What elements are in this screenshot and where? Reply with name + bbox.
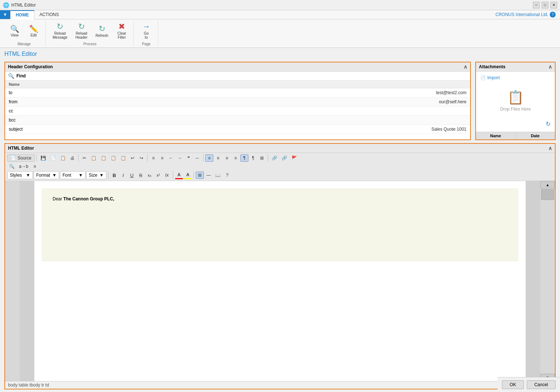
reload-header-button[interactable]: ↻ Reload Header — [72, 21, 91, 41]
scroll-up-button[interactable]: ▲ — [540, 181, 555, 188]
ok-button[interactable]: OK — [502, 380, 523, 389]
align-justify-btn[interactable]: ≡ — [232, 154, 240, 162]
outdent-btn[interactable]: ← — [167, 154, 175, 162]
paste1-btn[interactable]: 📋 — [99, 154, 108, 162]
ordered-list-btn[interactable]: ≡ — [149, 154, 157, 162]
goto-button[interactable]: → Go to — [137, 21, 155, 41]
show-blocks-btn[interactable]: — — [205, 172, 213, 179]
toolbar-row-3: Styles ▼ Format ▼ Font ▼ Size ▼ B I — [7, 171, 553, 179]
editor-panel: HTML Editor ∧ 📄 Source 💾 📄 📋 🖨 ✂ 📋 📋 📋 — [4, 143, 556, 389]
table-btn[interactable]: ⊞ — [258, 154, 266, 162]
tab-home[interactable]: HOME — [10, 10, 34, 19]
manage-buttons: 🔍 View ✏️ Edit — [6, 21, 42, 41]
ribbon-dropdown-button[interactable]: ▼ — [0, 10, 10, 19]
refresh-button[interactable]: ↻ Refresh — [92, 23, 111, 39]
edit-button[interactable]: ✏️ Edit — [25, 23, 42, 39]
bg-color-btn[interactable]: A — [184, 171, 192, 179]
format-dropdown[interactable]: Format ▼ — [34, 171, 59, 179]
size-dropdown[interactable]: Size ▼ — [86, 171, 106, 179]
header-config-table: Name totest@test2.comfromour@self.herecc… — [5, 81, 470, 134]
copy-btn[interactable]: 📋 — [89, 154, 98, 162]
drop-icon: 📋 — [507, 90, 524, 105]
indent-btn[interactable]: → — [176, 154, 184, 162]
attachments-name-col-btn[interactable]: Name — [476, 132, 516, 139]
bold-btn[interactable]: B — [110, 172, 118, 179]
blockquote-btn[interactable]: ❝ — [184, 154, 193, 162]
strikethrough-btn[interactable]: S — [137, 172, 145, 179]
attachments-date-col-btn[interactable]: Date — [516, 132, 555, 139]
align-left-btn[interactable]: ≡ — [205, 154, 213, 162]
page-buttons: → Go to — [137, 21, 155, 41]
close-button[interactable]: ✕ — [551, 2, 557, 8]
reload-message-button[interactable]: ↻ Reload Message — [49, 21, 71, 41]
unordered-list-btn[interactable]: ≡ — [158, 154, 166, 162]
paste3-btn[interactable]: 📋 — [119, 154, 128, 162]
hr-btn[interactable]: ─ — [193, 154, 201, 162]
minimize-button[interactable]: ─ — [533, 2, 540, 8]
help-editor-btn[interactable]: ? — [223, 172, 231, 179]
select-all-btn[interactable]: ≡ — [31, 163, 39, 170]
ribbon-group-page: → Go to Page — [134, 21, 158, 46]
source-button[interactable]: 📄 Source — [7, 154, 35, 162]
undo-btn[interactable]: ↩ — [129, 154, 137, 162]
header-config-row: cc — [5, 107, 470, 116]
editor-inner[interactable]: Dear The Cannon Group PLC, — [34, 181, 526, 381]
underline-btn[interactable]: U — [128, 172, 136, 179]
styles-arrow-icon: ▼ — [26, 173, 30, 178]
cancel-button[interactable]: Cancel — [527, 380, 556, 389]
print-btn[interactable]: 🖨 — [68, 154, 76, 162]
tab-actions[interactable]: ACTIONS — [34, 10, 64, 19]
italic-btn[interactable]: I — [119, 172, 127, 179]
name-column-header: Name — [5, 81, 160, 88]
link-btn[interactable]: 🔗 — [270, 154, 279, 162]
search-btn[interactable]: 🔍 — [7, 163, 16, 170]
row-name: from — [5, 97, 160, 107]
maximize-button[interactable]: □ — [542, 2, 548, 8]
clear-filter-button[interactable]: ✖ Clear Filter — [113, 21, 130, 41]
ribbon: ▼ HOME ACTIONS CRONUS International Ltd.… — [0, 10, 560, 48]
paste2-btn[interactable]: 📋 — [109, 154, 118, 162]
value-column-header — [160, 81, 470, 88]
company-name-bold: The Cannon Group PLC, — [63, 196, 114, 201]
align-right-btn[interactable]: ≡ — [223, 154, 231, 162]
reload-header-icon: ↻ — [78, 23, 85, 31]
attachments-panel: Attachments ∧ 📄 Import 📋 Drop Files Here… — [475, 62, 556, 140]
styles-dropdown[interactable]: Styles ▼ — [7, 171, 33, 179]
page-title: HTML Editor — [4, 51, 556, 57]
header-config-panel-header: Header Configuration ∧ — [5, 62, 470, 72]
drop-text: Drop Files Here — [500, 107, 531, 112]
maximize-editor-btn[interactable]: ⊞ — [196, 172, 204, 179]
new-btn[interactable]: 📄 — [49, 154, 58, 162]
attachments-refresh-icon[interactable]: ↻ — [546, 120, 551, 127]
bidi-rtl-btn[interactable]: ¶ — [249, 154, 257, 162]
header-config-collapse-btn[interactable]: ∧ — [464, 64, 467, 70]
templates-btn[interactable]: 📋 — [58, 154, 68, 162]
remove-format-btn[interactable]: Ix — [163, 172, 171, 179]
help-button[interactable]: ? — [550, 12, 556, 18]
sep4 — [203, 154, 203, 162]
replace-btn[interactable]: a→b — [17, 163, 30, 170]
about-btn[interactable]: 📖 — [213, 172, 222, 179]
cut-btn[interactable]: ✂ — [80, 154, 88, 162]
scroll-thumb[interactable] — [541, 189, 554, 200]
anchor-btn[interactable]: 🚩 — [290, 154, 299, 162]
bidi-ltr-btn[interactable]: ¶ — [240, 154, 248, 162]
import-row[interactable]: 📄 Import — [479, 74, 552, 81]
subscript-btn[interactable]: x₂ — [145, 172, 153, 179]
header-config-row: totest@test2.com — [5, 88, 470, 97]
attachments-collapse-btn[interactable]: ∧ — [548, 64, 552, 70]
editor-collapse-btn[interactable]: ∧ — [548, 145, 552, 151]
text-color-btn[interactable]: A — [175, 171, 183, 179]
align-center-btn[interactable]: ≡ — [214, 154, 222, 162]
app-icon: 🌐 — [3, 2, 9, 8]
view-button[interactable]: 🔍 View — [6, 23, 23, 39]
row-value: our@self.here — [160, 97, 470, 107]
superscript-btn[interactable]: x² — [154, 172, 162, 178]
toolbar-row-1: 📄 Source 💾 📄 📋 🖨 ✂ 📋 📋 📋 📋 ↩ ↪ ≡ ≡ — [7, 154, 553, 162]
ribbon-group-process: ↻ Reload Message ↻ Reload Header ↻ Refre… — [46, 21, 134, 46]
unlink-btn[interactable]: 🔗 — [280, 154, 289, 162]
save-btn[interactable]: 💾 — [39, 154, 48, 162]
redo-btn[interactable]: ↪ — [137, 154, 145, 162]
font-dropdown[interactable]: Font ▼ — [60, 171, 85, 179]
title-bar: 🌐 HTML Editor ─ □ ✕ — [0, 0, 560, 10]
